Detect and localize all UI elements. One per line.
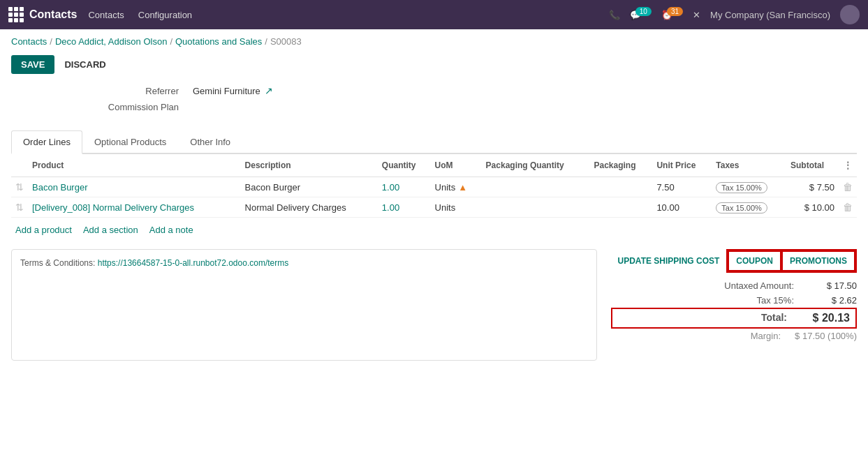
referrer-value: Gemini Furniture ↗ [193,85,273,96]
column-settings-icon[interactable]: ⋮ [843,160,853,171]
col-unit-price: Unit Price [652,154,712,177]
packaging-bacon [589,177,652,197]
subtotal-bacon: $ 7.50 [786,177,839,197]
total-row: Total: $ 20.13 [611,308,857,329]
breadcrumb-current: S00083 [270,36,302,47]
tab-order-lines[interactable]: Order Lines [11,130,82,154]
col-packaging-qty: Packaging Quantity [482,154,590,177]
uom-bacon: Units ▲ [435,182,468,193]
product-name-delivery[interactable]: [Delivery_008] Normal Delivery Charges [32,202,194,213]
nav-right: 📞 💬 10 ⏰ 31 ✕ My Company (San Francisco) [609,5,860,24]
untaxed-value: $ 17.50 [808,280,857,291]
grid-icon[interactable] [8,7,24,22]
terms-url[interactable]: https://13664587-15-0-all.runbot72.odoo.… [98,258,289,268]
totals-area: UPDATE SHIPPING COST COUPON PROMOTIONS U… [611,249,857,361]
company-name: My Company (San Francisco) [710,10,830,20]
tab-optional-products[interactable]: Optional Products [82,130,178,154]
phone-icon[interactable]: 📞 [609,10,620,20]
tax-badge-bacon[interactable]: Tax 15.00% [716,182,767,193]
tax-badge-delivery[interactable]: Tax 15.00% [716,202,767,213]
nav-configuration[interactable]: Configuration [138,10,192,20]
add-links-area: Add a product Add a section Add a note [11,218,857,242]
commission-plan-label: Commission Plan [95,102,186,112]
breadcrumb-quotations[interactable]: Quotations and Sales [175,36,262,47]
terms-conditions-box: Terms & Conditions: https://13664587-15-… [11,249,597,361]
nav-links: Contacts Configuration [88,10,192,20]
nav-contacts[interactable]: Contacts [88,10,124,20]
margin-value: $ 17.50 (100%) [795,331,857,341]
description-delivery: Normal Delivery Charges [241,197,378,218]
breadcrumb-contacts[interactable]: Contacts [11,36,47,47]
commission-plan-row: Commission Plan [95,102,857,112]
tax-value: $ 2.62 [808,295,857,306]
uom-text-bacon: Units [435,182,456,193]
drag-handle-icon[interactable]: ⇅ [15,202,24,213]
bottom-area: Terms & Conditions: https://13664587-15-… [11,249,857,361]
tax-label: Tax 15%: [703,295,794,306]
referrer-row: Referrer Gemini Furniture ↗ [95,85,857,96]
tab-other-info[interactable]: Other Info [178,130,242,154]
packaging-qty-delivery [482,197,590,218]
app-name: Contacts [29,8,77,21]
add-section-link[interactable]: Add a section [83,225,138,235]
user-avatar[interactable] [840,5,860,24]
quantity-delivery[interactable]: 1.00 [382,202,399,213]
toolbar: SAVE DISCARD [0,51,868,81]
unit-price-bacon[interactable]: 7.50 [652,177,712,197]
close-icon[interactable]: ✕ [693,10,700,20]
breadcrumb-customer[interactable]: Deco Addict, Addison Olson [55,36,167,47]
warning-icon: ▲ [458,182,467,193]
table-row: ⇅ [Delivery_008] Normal Delivery Charges… [11,197,857,218]
unit-price-delivery[interactable]: 10.00 [652,197,712,218]
packaging-delivery [589,197,652,218]
discard-button[interactable]: DISCARD [61,55,108,74]
total-label: Total: [696,312,787,324]
referrer-external-link-icon[interactable]: ↗ [265,85,273,96]
coupon-button[interactable]: COUPON [728,250,781,271]
message-badge: 10 [635,7,652,16]
product-name-bacon[interactable]: Bacon Burger [32,182,88,193]
order-table: Product Description Quantity UoM Packagi… [11,154,857,218]
action-buttons-row: UPDATE SHIPPING COST COUPON PROMOTIONS [611,249,857,273]
referrer-text: Gemini Furniture [193,86,260,96]
untaxed-label: Untaxed Amount: [703,280,794,291]
drag-handle-icon[interactable]: ⇅ [15,181,24,193]
app-logo[interactable]: Contacts [8,7,77,22]
col-uom: UoM [431,154,482,177]
col-product: Product [28,154,241,177]
coupon-promotions-area: COUPON PROMOTIONS [726,249,857,273]
add-product-link[interactable]: Add a product [15,225,72,235]
activity-badge: 31 [667,7,683,16]
top-navigation: Contacts Contacts Configuration 📞 💬 10 ⏰… [0,0,868,29]
referrer-label: Referrer [95,86,186,96]
terms-label: Terms & Conditions: [20,258,95,268]
fields-area: Referrer Gemini Furniture ↗ Commission P… [11,81,857,126]
delete-row-delivery-icon[interactable]: 🗑 [843,202,853,213]
untaxed-row: Untaxed Amount: $ 17.50 [611,278,857,293]
promotions-button[interactable]: PROMOTIONS [781,250,855,271]
breadcrumb: Contacts / Deco Addict, Addison Olson / … [0,29,868,51]
quantity-bacon[interactable]: 1.00 [382,182,399,193]
subtotal-delivery: $ 10.00 [786,197,839,218]
tax-row: Tax 15%: $ 2.62 [611,293,857,308]
col-description: Description [241,154,378,177]
delete-row-bacon-icon[interactable]: 🗑 [843,181,853,193]
col-packaging: Packaging [589,154,652,177]
col-subtotal: Subtotal [786,154,839,177]
packaging-qty-bacon [482,177,590,197]
col-quantity: Quantity [378,154,431,177]
update-shipping-button[interactable]: UPDATE SHIPPING COST [611,252,727,270]
description-bacon: Bacon Burger [241,177,378,197]
add-note-link[interactable]: Add a note [149,225,193,235]
col-taxes: Taxes [712,154,786,177]
uom-delivery: Units [431,197,482,218]
main-content: Referrer Gemini Furniture ↗ Commission P… [0,81,868,361]
margin-row: Margin: $ 17.50 (100%) [611,329,857,343]
total-value: $ 20.13 [801,312,850,324]
order-tabs: Order Lines Optional Products Other Info [11,130,857,154]
save-button[interactable]: SAVE [11,55,54,74]
table-row: ⇅ Bacon Burger Bacon Burger 1.00 Units ▲… [11,177,857,197]
margin-label: Margin: [690,331,781,341]
